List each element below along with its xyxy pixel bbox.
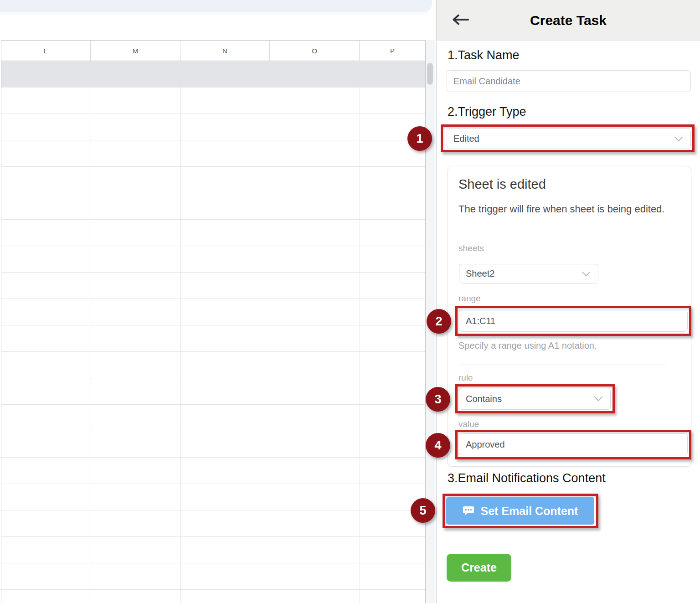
sheets-label: sheets: [458, 243, 484, 253]
trigger-type-dropdown[interactable]: Edited: [447, 129, 691, 149]
range-label: range: [458, 294, 481, 304]
sheets-dropdown[interactable]: Sheet2: [459, 264, 598, 283]
rule-value: Contains: [466, 394, 502, 404]
create-button[interactable]: Create: [447, 554, 511, 582]
annotation-circle-1: 1: [407, 126, 432, 151]
trigger-card-title: Sheet is edited: [458, 177, 546, 192]
annotation-circle-2: 2: [427, 309, 451, 334]
gridline: [91, 88, 91, 603]
gridline: [180, 88, 181, 603]
chat-icon: [463, 506, 474, 516]
annotation-circle-3: 3: [426, 387, 450, 412]
annotation-circle-4: 4: [426, 433, 450, 458]
set-email-content-button[interactable]: Set Email Content: [446, 497, 594, 525]
annotation-circle-5: 5: [411, 498, 435, 523]
rule-label: rule: [458, 373, 473, 383]
rule-dropdown[interactable]: Contains: [459, 388, 611, 410]
panel-title: Create Task: [437, 13, 700, 28]
card-divider: [458, 365, 666, 365]
value-input[interactable]: [459, 433, 688, 455]
gridline: [360, 88, 360, 603]
grid-left-edge: [1, 40, 1, 603]
range-input[interactable]: [459, 310, 688, 332]
trigger-card-description: The trigger will fire when sheet is bein…: [458, 201, 676, 218]
column-header-L[interactable]: L: [1, 41, 91, 61]
chevron-down-icon: [674, 136, 683, 142]
chevron-down-icon: [594, 396, 603, 402]
trigger-type-value: Edited: [453, 134, 479, 144]
column-header-row: L M N O P: [1, 40, 425, 61]
toolbar-strip: [0, 0, 432, 12]
task-name-heading: 1.Task Name: [448, 48, 520, 62]
column-header-N[interactable]: N: [180, 41, 270, 61]
range-hint: Specify a range using A1 notation.: [458, 340, 597, 351]
email-content-heading: 3.Email Notifications Content: [448, 471, 606, 485]
sheets-value: Sheet2: [466, 268, 494, 279]
column-header-M[interactable]: M: [91, 41, 180, 61]
create-task-panel: Create Task 1.Task Name 2.Trigger Type E…: [436, 0, 700, 603]
gridline: [270, 88, 270, 603]
chevron-down-icon: [582, 271, 591, 277]
screen: L M N O P Create Task 1.: [0, 0, 700, 603]
sheet-cells[interactable]: [1, 88, 425, 603]
column-header-O[interactable]: O: [270, 41, 360, 61]
spreadsheet-area: L M N O P: [0, 0, 437, 603]
trigger-type-heading: 2.Trigger Type: [448, 105, 526, 119]
selected-row-highlight[interactable]: [1, 61, 425, 88]
value-label: value: [458, 419, 479, 429]
scrollbar-thumb[interactable]: [427, 63, 433, 85]
toolbar-strip-shadow: [0, 12, 428, 15]
set-email-content-label: Set Email Content: [481, 505, 578, 518]
task-name-input[interactable]: [447, 70, 691, 92]
column-header-P[interactable]: P: [360, 41, 425, 61]
panel-header: Create Task: [437, 0, 700, 41]
